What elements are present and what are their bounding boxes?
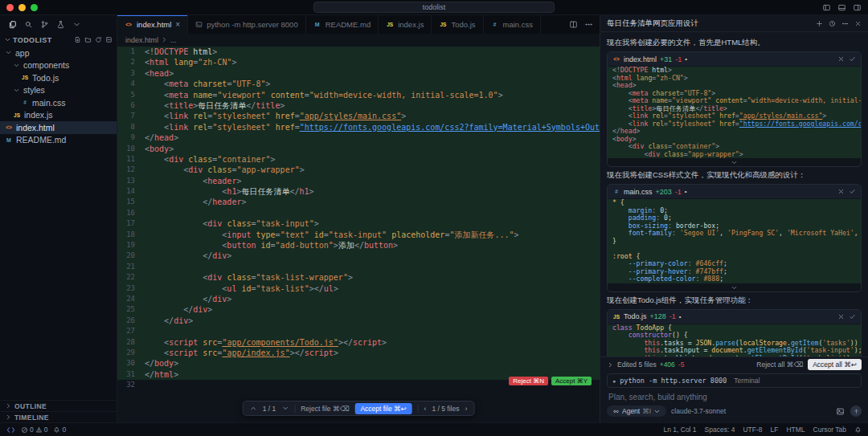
toggle-secondary-sidebar-icon[interactable] — [853, 3, 862, 12]
status-ln-1-col-1[interactable]: Ln 1, Col 1 — [663, 426, 696, 434]
editor-line-5[interactable]: 5 <meta name="viewport" content="width=d… — [117, 90, 600, 100]
toggle-sidebar-icon[interactable] — [822, 3, 831, 12]
folder-styles[interactable]: styles — [0, 84, 117, 97]
tab-main.css[interactable]: #main.css — [484, 15, 541, 34]
chevron-down-icon[interactable] — [731, 284, 738, 291]
remote-icon[interactable] — [6, 426, 15, 434]
folder-components[interactable]: components — [0, 59, 117, 72]
close-icon[interactable] — [837, 313, 845, 320]
attach-image-icon[interactable] — [836, 407, 845, 416]
split-editor-icon[interactable] — [569, 20, 578, 29]
chevron-down-icon[interactable] — [731, 159, 738, 166]
diff-card-header[interactable]: JSTodo.js+128-1• — [608, 310, 861, 324]
tab-index.js[interactable]: JSindex.js — [379, 15, 432, 34]
notifications-indicator[interactable]: 0 — [53, 426, 66, 434]
editor-line-25[interactable]: 25 </div> — [117, 304, 600, 315]
file-main.css[interactable]: #main.css — [0, 96, 117, 109]
file-README.md[interactable]: MREADME.md — [0, 134, 117, 147]
timeline-section[interactable]: TIMELINE — [0, 411, 117, 422]
reject-all-button[interactable]: Reject all ⌘⌫ — [756, 361, 803, 369]
check-icon[interactable] — [849, 55, 856, 63]
status-lf[interactable]: LF — [771, 426, 779, 434]
refresh-icon[interactable] — [95, 36, 102, 43]
editor-line-21[interactable]: 21 — [117, 262, 600, 272]
diff-card-header[interactable]: #main.css+203-1• — [608, 185, 861, 198]
project-search-pill[interactable]: todolist — [313, 2, 555, 13]
editor-line-29[interactable]: 29 <script src="app/index.js"></script> — [117, 348, 600, 358]
editor-line-14[interactable]: 14 <h1>每日任务清单</h1> — [117, 186, 600, 197]
diff-card-header[interactable]: <>index.html+31-1• — [608, 52, 861, 66]
editor-line-28[interactable]: 28 <script src="app/components/Todo.js">… — [117, 337, 600, 348]
bell-icon[interactable] — [854, 426, 862, 434]
editor-line-9[interactable]: 9</head> — [117, 132, 600, 143]
tab-README.md[interactable]: MREADME.md — [306, 15, 379, 34]
more-icon[interactable] — [584, 20, 593, 29]
accept-file-button[interactable]: Accept file ⌘↩ — [354, 403, 411, 414]
prev-file-icon[interactable]: ‹ — [424, 405, 427, 413]
send-button[interactable] — [850, 405, 862, 417]
editor-line-22[interactable]: 22 <div class="task-list-wrapper"> — [117, 272, 600, 283]
breadcrumb[interactable]: index.html... — [117, 34, 600, 46]
tab-index.html[interactable]: <>index.html× — [117, 15, 188, 34]
status-cursor-tab[interactable]: Cursor Tab — [813, 426, 846, 434]
close-icon[interactable] — [837, 188, 845, 195]
reject-hunk-button[interactable]: Reject ⌘N — [509, 377, 548, 385]
editor-line-15[interactable]: 15 </header> — [117, 197, 600, 207]
file-index.js[interactable]: JSindex.js — [0, 109, 117, 122]
editor-line-2[interactable]: 2<html lang="zh-CN"> — [117, 57, 600, 67]
next-diff-icon[interactable] — [281, 405, 289, 412]
new-folder-icon[interactable] — [84, 36, 92, 43]
editor-line-8[interactable]: 8 <link rel="stylesheet" href="https://f… — [117, 122, 600, 132]
toggle-panel-icon[interactable] — [837, 3, 846, 12]
editor-line-12[interactable]: 12 <div class="app-wrapper"> — [117, 165, 600, 175]
explorer-header[interactable]: TODOLIST — [0, 33, 117, 47]
editor-line-26[interactable]: 26 </div> — [117, 316, 600, 326]
more-icon[interactable] — [841, 20, 849, 27]
check-icon[interactable] — [849, 313, 856, 320]
minimize-window-button[interactable] — [18, 4, 26, 11]
breadcrumb-item[interactable]: index.html — [125, 36, 158, 44]
status-spaces-4[interactable]: Spaces: 4 — [705, 426, 735, 434]
terminal-chip[interactable]: ● python -m http.server 8000 Terminal — [607, 373, 862, 388]
status-html[interactable]: HTML — [786, 426, 805, 434]
problems-indicator[interactable]: 0 0 — [21, 426, 47, 434]
accept-hunk-button[interactable]: Accept ⌘Y — [551, 377, 592, 385]
tab-Todo.js[interactable]: JSTodo.js — [432, 15, 483, 34]
editor-line-23[interactable]: 23 <ul id="task-list"></ul> — [117, 283, 600, 294]
editor-line-10[interactable]: 10<body> — [117, 144, 600, 154]
edited-files-label[interactable]: Edited 5 files — [617, 361, 657, 369]
check-icon[interactable] — [849, 188, 856, 195]
editor-line-17[interactable]: 17 <div class="task-input"> — [117, 218, 600, 229]
editor-line-30[interactable]: 30</body> — [117, 358, 600, 369]
breadcrumb-item[interactable]: ... — [170, 36, 177, 44]
close-icon[interactable] — [837, 55, 845, 63]
chevron-down-icon[interactable] — [72, 20, 81, 29]
editor-line-18[interactable]: 18 <input type="text" id="task-input" pl… — [117, 230, 600, 240]
status-utf-8[interactable]: UTF-8 — [743, 426, 762, 434]
editor-line-16[interactable]: 16 — [117, 208, 600, 218]
editor-line-11[interactable]: 11 <div class="container"> — [117, 154, 600, 165]
close-icon[interactable] — [854, 20, 862, 27]
editor-line-27[interactable]: 27 — [117, 326, 600, 336]
editor-line-4[interactable]: 4 <meta charset="UTF-8"> — [117, 79, 600, 89]
expand-edited-files-icon[interactable] — [607, 361, 614, 369]
close-window-button[interactable] — [6, 4, 14, 11]
maximize-window-button[interactable] — [31, 4, 38, 11]
editor-line-24[interactable]: 24 </div> — [117, 294, 600, 304]
history-icon[interactable] — [829, 20, 836, 27]
editor-line-7[interactable]: 7 <link rel="stylesheet" href="app/style… — [117, 111, 600, 121]
accept-all-button[interactable]: Accept all ⌘↩ — [808, 359, 862, 370]
prev-diff-icon[interactable] — [250, 405, 257, 412]
editor-line-3[interactable]: 3<head> — [117, 68, 600, 79]
editor-line-19[interactable]: 19 <button id="add-button">添加</button> — [117, 240, 600, 251]
agent-mode-selector[interactable]: Agent ⌘I — [607, 405, 666, 417]
plus-icon[interactable] — [816, 20, 823, 27]
model-selector[interactable]: claude-3.7-sonnet — [671, 407, 726, 415]
outline-section[interactable]: OUTLINE — [0, 400, 117, 411]
editor-line-13[interactable]: 13 <header> — [117, 176, 600, 186]
new-file-icon[interactable] — [74, 36, 81, 43]
file-index.html[interactable]: <>index.html — [0, 121, 117, 134]
collapse-all-icon[interactable] — [105, 36, 113, 43]
editor-line-6[interactable]: 6 <title>每日任务清单</title> — [117, 100, 600, 111]
tab-python--m-http.server-8000[interactable]: python -m http.server 8000 — [188, 15, 306, 34]
